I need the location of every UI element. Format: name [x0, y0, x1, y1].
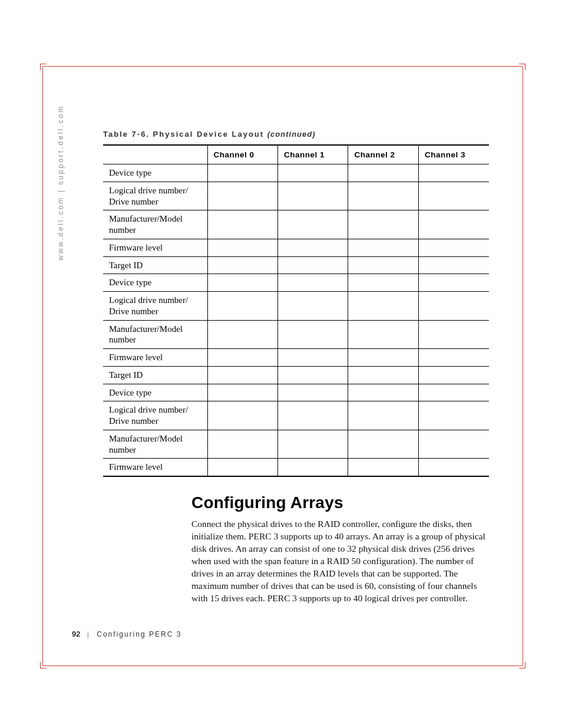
cell — [207, 182, 277, 210]
footer-separator: | — [87, 630, 90, 638]
row-label: Manufacturer/Model number — [103, 430, 207, 459]
table-header-channel-3: Channel 3 — [418, 145, 489, 164]
table-row: Manufacturer/Model number — [103, 320, 489, 349]
cell — [418, 292, 489, 321]
cell — [207, 274, 277, 292]
cell — [348, 256, 418, 274]
cell — [348, 274, 418, 292]
cell — [348, 430, 418, 459]
cell — [348, 210, 418, 239]
cell — [207, 292, 277, 321]
row-label: Firmware level — [103, 349, 207, 367]
table-row: Manufacturer/Model number — [103, 430, 489, 459]
table-row: Firmware level — [103, 459, 489, 476]
row-label: Device type — [103, 274, 207, 292]
table-header-channel-2: Channel 2 — [348, 145, 418, 164]
page-content: Table 7-6. Physical Device Layout (conti… — [103, 130, 498, 604]
cell — [278, 292, 348, 321]
table-row: Device type — [103, 384, 489, 401]
cell — [418, 430, 489, 459]
cell — [348, 320, 418, 349]
crop-mark-bottom-left — [40, 662, 47, 668]
cell — [418, 320, 489, 349]
physical-device-layout-table: Channel 0 Channel 1 Channel 2 Channel 3 … — [103, 144, 489, 477]
cell — [278, 349, 348, 367]
cell — [418, 182, 489, 210]
section-body: Connect the physical drives to the RAID … — [191, 518, 486, 604]
cell — [418, 239, 489, 256]
page-number: 92 — [72, 630, 80, 638]
cell — [207, 320, 277, 349]
row-label: Target ID — [103, 366, 207, 384]
table-row: Target ID — [103, 366, 489, 384]
document-page: www.dell.com | support.dell.com Table 7-… — [0, 0, 562, 728]
cell — [278, 164, 348, 182]
cell — [418, 384, 489, 401]
cell — [278, 401, 348, 430]
section-heading: Configuring Arrays — [191, 493, 498, 512]
cell — [418, 256, 489, 274]
cell — [278, 239, 348, 256]
crop-mark-bottom-right — [519, 662, 525, 668]
table-caption-prefix: Table 7-6. Physical Device Layout — [103, 130, 267, 139]
table-row: Target ID — [103, 256, 489, 274]
cell — [348, 401, 418, 430]
cell — [278, 210, 348, 239]
cell — [207, 164, 277, 182]
cell — [348, 239, 418, 256]
row-label: Logical drive number/ Drive number — [103, 401, 207, 430]
cell — [278, 320, 348, 349]
crop-mark-top-right — [519, 64, 525, 70]
row-label: Logical drive number/ Drive number — [103, 182, 207, 210]
table-row: Device type — [103, 164, 489, 182]
table-caption: Table 7-6. Physical Device Layout (conti… — [103, 130, 498, 139]
row-label: Manufacturer/Model number — [103, 320, 207, 349]
cell — [348, 182, 418, 210]
row-label: Firmware level — [103, 459, 207, 476]
row-label: Firmware level — [103, 239, 207, 256]
cell — [207, 349, 277, 367]
row-label: Target ID — [103, 256, 207, 274]
cell — [207, 401, 277, 430]
cell — [207, 256, 277, 274]
cell — [278, 366, 348, 384]
cell — [418, 164, 489, 182]
table-caption-suffix: (continued) — [267, 130, 316, 139]
cell — [278, 256, 348, 274]
cell — [207, 430, 277, 459]
cell — [278, 182, 348, 210]
table-row: Device type — [103, 274, 489, 292]
table-header-row: Channel 0 Channel 1 Channel 2 Channel 3 — [103, 145, 489, 164]
cell — [348, 384, 418, 401]
row-label: Device type — [103, 384, 207, 401]
cell — [418, 210, 489, 239]
table-row: Logical drive number/ Drive number — [103, 401, 489, 430]
cell — [278, 274, 348, 292]
cell — [418, 349, 489, 367]
page-footer: 92 | Configuring PERC 3 — [72, 630, 181, 638]
cell — [207, 239, 277, 256]
cell — [348, 349, 418, 367]
cell — [418, 366, 489, 384]
row-label: Manufacturer/Model number — [103, 210, 207, 239]
cell — [207, 366, 277, 384]
cell — [418, 401, 489, 430]
cell — [348, 366, 418, 384]
table-header-empty — [103, 145, 207, 164]
table-row: Firmware level — [103, 239, 489, 256]
cell — [418, 459, 489, 476]
cell — [348, 459, 418, 476]
table-header-channel-1: Channel 1 — [278, 145, 348, 164]
crop-mark-top-left — [40, 64, 47, 70]
cell — [207, 384, 277, 401]
sidebar-url-text: www.dell.com | support.dell.com — [57, 105, 65, 261]
cell — [278, 459, 348, 476]
table-header-channel-0: Channel 0 — [207, 145, 277, 164]
cell — [348, 164, 418, 182]
table-row: Logical drive number/ Drive number — [103, 292, 489, 321]
table-row: Logical drive number/ Drive number — [103, 182, 489, 210]
cell — [207, 210, 277, 239]
cell — [207, 459, 277, 476]
cell — [278, 430, 348, 459]
footer-chapter: Configuring PERC 3 — [97, 630, 181, 638]
